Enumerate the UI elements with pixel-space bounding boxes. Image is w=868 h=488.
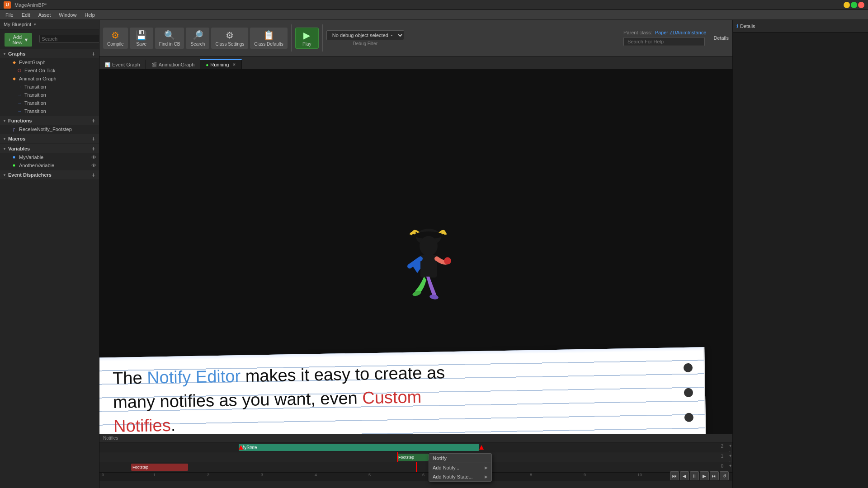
pb-to-start-btn[interactable]: ⏮	[670, 471, 679, 480]
event-dispatchers-label: Event Dispatchers	[8, 172, 52, 178]
context-menu-add-notify-state[interactable]: Add Notify State... ▶	[429, 472, 491, 481]
compile-button[interactable]: ⚙ Compile	[103, 28, 128, 49]
event-graph-tab-icon: 📊	[105, 62, 110, 67]
variables-label: Variables	[8, 146, 30, 151]
details-header-label: Details	[713, 35, 729, 41]
ruler-tick-3: 3	[261, 473, 263, 477]
anothervariable-label: AnotherVariable	[19, 163, 54, 168]
menu-asset[interactable]: Asset	[35, 11, 55, 19]
add-icon: +	[8, 37, 11, 42]
ruler-tick-1: 1	[153, 473, 156, 477]
menu-file[interactable]: File	[2, 11, 17, 19]
search-for-help-input[interactable]	[623, 37, 705, 46]
toolbar: ⚙ Compile 💾 Save 🔍 Find in CB 🔎 Search ⚙…	[99, 20, 732, 57]
sidebar-item-receive-notify[interactable]: ƒ ReceiveNotify_Footstep	[0, 125, 99, 133]
sidebar-item-transition-2[interactable]: → Transition	[0, 91, 99, 99]
menu-window[interactable]: Window	[55, 11, 80, 19]
viewport: The Notify Editor makes it easy to creat…	[99, 70, 732, 488]
sidebar-item-eventgraph[interactable]: ◆ EventGraph	[0, 58, 99, 66]
sidebar-item-anothervariable[interactable]: ■ AnotherVariable 👁	[0, 161, 99, 169]
find-in-cb-button[interactable]: 🔍 Find in CB	[155, 28, 184, 49]
anothervariable-icon: ■	[11, 162, 17, 169]
maximize-btn[interactable]	[851, 2, 857, 8]
event-on-tick-label: Event On Tick	[24, 68, 55, 73]
search-icon: 🔎	[192, 30, 203, 41]
save-label: Save	[136, 42, 146, 47]
class-defaults-button[interactable]: 📋 Class Defaults	[250, 28, 287, 49]
track-2-add-btn[interactable]: +	[729, 454, 731, 458]
minimize-btn[interactable]	[844, 2, 850, 8]
compile-label: Compile	[107, 42, 124, 47]
variables-header[interactable]: ▼ Variables +	[0, 144, 99, 153]
pb-step-back-btn[interactable]: ◀	[680, 471, 689, 480]
sidebar-item-transition-1[interactable]: → Transition	[0, 83, 99, 91]
pb-step-fwd-btn[interactable]: ⏭	[710, 471, 719, 480]
variables-add-btn[interactable]: +	[91, 145, 96, 152]
class-defaults-icon: 📋	[263, 30, 274, 41]
class-settings-button[interactable]: ⚙ Class Settings	[211, 28, 248, 49]
parent-class-link[interactable]: Paper ZDAnimInstance	[655, 30, 707, 35]
functions-header[interactable]: ▼ Functions +	[0, 116, 99, 125]
sidebar-item-transition-3[interactable]: → Transition	[0, 99, 99, 107]
myvariable-label: MyVariable	[19, 155, 43, 160]
tab-animation-graph[interactable]: 🎬 AnimationGraph	[146, 60, 201, 69]
play-button[interactable]: ▶ Play	[295, 28, 319, 49]
spiral-dots	[676, 347, 700, 438]
menu-edit[interactable]: Edit	[18, 11, 34, 19]
sidebar-item-event-on-tick[interactable]: ⬡ Event On Tick	[0, 66, 99, 75]
variables-section: ▼ Variables + ■ MyVariable 👁 ■ AnotherVa…	[0, 144, 99, 169]
sidebar-item-transition-4[interactable]: → Transition	[0, 107, 99, 115]
tab-event-graph[interactable]: 📊 Event Graph	[99, 60, 146, 69]
sidebar-item-myvariable[interactable]: ■ MyVariable 👁	[0, 153, 99, 161]
functions-section: ▼ Functions + ƒ ReceiveNotify_Footstep	[0, 116, 99, 133]
animation-graph-tab-label: AnimationGraph	[159, 62, 195, 67]
timeline-ruler: 0 1 2 3 4 5 6 7 8 9 10 ⏮ ◀	[99, 472, 732, 481]
add-notify-state-arrow: ▶	[485, 474, 488, 479]
blueprint-label: My Blueprint	[4, 22, 31, 27]
graphs-header[interactable]: ▼ Graphs +	[0, 49, 99, 58]
add-new-arrow: ▼	[24, 37, 28, 42]
blueprint-header: My Blueprint ▼	[0, 20, 99, 29]
pb-pause-btn[interactable]: ⏸	[690, 471, 699, 480]
context-menu-add-notify[interactable]: Add Notify... ▶	[429, 463, 491, 472]
pb-loop-btn[interactable]: ↺	[720, 471, 729, 480]
notepad-highlight-blue: Notify Editor	[147, 367, 241, 388]
menu-help[interactable]: Help	[81, 11, 99, 19]
macros-header[interactable]: ▼ Macros +	[0, 134, 99, 143]
tab-running[interactable]: ● Running ✕	[200, 59, 242, 69]
details-header: ℹ Details	[733, 20, 868, 33]
details-header-icon: ℹ	[736, 23, 738, 28]
transition-1-label: Transition	[24, 84, 46, 89]
myvariable-eye-icon[interactable]: 👁	[91, 155, 96, 160]
mystate-bar: MyState	[239, 444, 479, 451]
add-new-button[interactable]: + Add New ▼	[5, 33, 32, 47]
track-1-add-btn[interactable]: +	[729, 444, 731, 448]
context-menu-header: Notify	[429, 454, 491, 463]
event-dispatchers-add-btn[interactable]: +	[91, 172, 96, 178]
blueprint-dropdown[interactable]: ▼	[33, 23, 37, 27]
receive-notify-label: ReceiveNotify_Footstep	[19, 127, 72, 132]
event-dispatchers-header[interactable]: ▼ Event Dispatchers +	[0, 170, 99, 179]
search-button[interactable]: 🔎 Search	[186, 28, 209, 49]
transition-3-label: Transition	[24, 100, 46, 106]
anothervariable-eye-icon[interactable]: 👁	[91, 163, 96, 168]
running-tab-close-icon[interactable]: ✕	[232, 62, 236, 67]
class-settings-label: Class Settings	[215, 42, 244, 47]
window-controls	[844, 2, 864, 8]
character-display	[397, 223, 460, 324]
main-layout: My Blueprint ▼ + Add New ▼ 🔍 ▼ ▼ Graphs …	[0, 20, 868, 488]
graphs-add-btn[interactable]: +	[91, 51, 96, 57]
debug-filter-dropdown[interactable]: No debug object selected ~	[326, 30, 404, 40]
sidebar-item-animation-graph[interactable]: ◆ Animation Graph	[0, 75, 99, 83]
functions-add-btn[interactable]: +	[91, 117, 96, 124]
save-button[interactable]: 💾 Save	[130, 28, 153, 49]
pb-play-btn[interactable]: ▶	[700, 471, 709, 480]
macros-add-btn[interactable]: +	[91, 136, 96, 142]
footstep-notify-label: Footstep	[398, 455, 414, 460]
transition-4-label: Transition	[24, 108, 46, 114]
details-content	[733, 33, 868, 488]
track-3-add-btn[interactable]: +	[729, 464, 731, 468]
close-btn[interactable]	[858, 2, 864, 8]
sidebar-search-input[interactable]	[42, 36, 99, 42]
receive-notify-icon: ƒ	[11, 126, 17, 132]
